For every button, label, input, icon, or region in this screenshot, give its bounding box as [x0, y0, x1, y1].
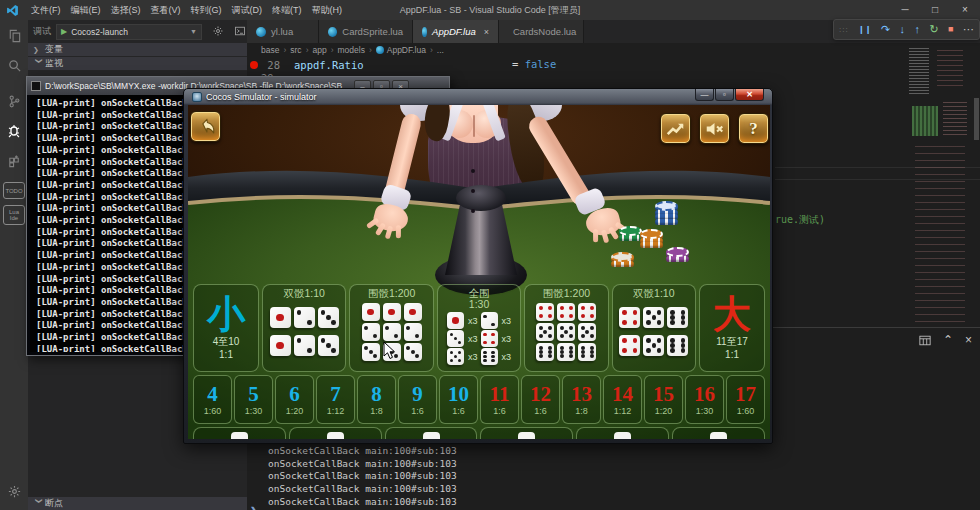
- debug-icon[interactable]: [0, 116, 28, 146]
- game-minimize-button[interactable]: —: [695, 89, 714, 101]
- bet-number-6[interactable]: 61:20: [275, 375, 314, 424]
- die-3: [447, 330, 464, 347]
- die-5: [557, 323, 575, 341]
- menu-1[interactable]: 编辑(E): [66, 5, 106, 15]
- breadcrumb-item[interactable]: ...: [437, 45, 444, 55]
- breadcrumb-item[interactable]: app: [312, 45, 326, 55]
- bet-number-13[interactable]: 131:8: [562, 375, 601, 424]
- editor-scrollbar[interactable]: [974, 98, 979, 140]
- chip-stack-4[interactable]: [666, 247, 689, 262]
- tab-AppDF.lua[interactable]: AppDF.lua×: [413, 20, 499, 43]
- bet-number-9[interactable]: 91:6: [398, 375, 437, 424]
- menu-5[interactable]: 调试(D): [227, 5, 268, 15]
- bet-number-15[interactable]: 151:20: [644, 375, 683, 424]
- trend-button[interactable]: [660, 113, 691, 144]
- game-close-button[interactable]: ✕: [735, 89, 764, 101]
- bet-combo-cell-1[interactable]: [289, 427, 382, 439]
- pause-icon[interactable]: ❙❙: [858, 20, 871, 39]
- game-titlebar[interactable]: Cocos Simulator - simulator: [184, 89, 772, 105]
- panel-close-icon[interactable]: ×: [965, 333, 972, 347]
- bet-combo-cell-0[interactable]: [193, 427, 286, 439]
- restart-icon[interactable]: ↻: [929, 20, 938, 39]
- menu-0[interactable]: 文件(F): [26, 5, 66, 15]
- bet-number-7[interactable]: 71:12: [316, 375, 355, 424]
- chip-stack-1[interactable]: [619, 226, 642, 241]
- tab-CardSprite.lua[interactable]: CardSprite.lua: [319, 20, 413, 43]
- bet-number-14[interactable]: 141:12: [603, 375, 642, 424]
- breadcrumb-item[interactable]: src: [290, 45, 301, 55]
- mute-button[interactable]: [699, 113, 730, 144]
- bet-number-12[interactable]: 121:6: [521, 375, 560, 424]
- bet-small-cell[interactable]: 小 4至10 1:1: [193, 284, 259, 372]
- bet-panel-4[interactable]: 双骰1:10: [612, 284, 696, 372]
- bet-number-10[interactable]: 101:6: [439, 375, 478, 424]
- start-debug-icon[interactable]: ▶: [61, 27, 67, 36]
- sidebar-header: 调试 ▶ Cocos2-launch ▼: [28, 20, 247, 43]
- tab-close-icon[interactable]: ×: [484, 27, 489, 37]
- chip-stack-0[interactable]: [655, 201, 678, 225]
- bet-number-5[interactable]: 51:30: [234, 375, 273, 424]
- toolbar-grip-icon[interactable]: :::: [839, 20, 849, 39]
- breadcrumb-item[interactable]: base: [261, 45, 279, 55]
- bet-number-8[interactable]: 81:8: [357, 375, 396, 424]
- help-button[interactable]: ?: [738, 113, 769, 144]
- variables-section-header[interactable]: ❯变量: [28, 43, 247, 56]
- menu-3[interactable]: 查看(V): [146, 5, 186, 15]
- tab-CardsNode.lua[interactable]: CardsNode.lua: [499, 20, 584, 43]
- screen: 文件(F)编辑(E)选择(S)查看(V)转到(G)调试(D)终端(T)帮助(H)…: [0, 0, 980, 510]
- bet-panel-2[interactable]: 全围1:30x3x3x3x3x3x3: [437, 284, 521, 372]
- die-1: [404, 303, 422, 321]
- bet-combo-cell-4[interactable]: [576, 427, 669, 439]
- panel-collapse-icon[interactable]: ⌃: [943, 333, 953, 347]
- chip-stack-2[interactable]: [640, 229, 663, 248]
- breakpoints-section-header[interactable]: ❯断点: [28, 497, 247, 510]
- launch-config-dropdown[interactable]: ▶ Cocos2-launch ▼: [56, 24, 202, 40]
- bet-big-cell[interactable]: 大 11至17 1:1: [699, 284, 765, 372]
- bet-number-17[interactable]: 171:60: [726, 375, 765, 424]
- menu-4[interactable]: 转到(G): [186, 5, 227, 15]
- extensions-icon[interactable]: [0, 146, 28, 176]
- menu-2[interactable]: 选择(S): [106, 5, 146, 15]
- watch-section-header[interactable]: ❯监视: [28, 57, 247, 70]
- bet-number-16[interactable]: 161:30: [685, 375, 724, 424]
- bet-number-11[interactable]: 111:6: [480, 375, 519, 424]
- number-label: 5: [248, 384, 259, 404]
- breakpoint-dot[interactable]: [250, 61, 258, 69]
- back-button[interactable]: [190, 111, 221, 142]
- bet-panel-0[interactable]: 双骰1:10: [262, 284, 346, 372]
- source-control-icon[interactable]: [0, 86, 28, 116]
- more-actions-icon[interactable]: ⋯: [963, 20, 974, 39]
- breadcrumb-item[interactable]: models: [338, 45, 365, 55]
- bet-combo-cell-5[interactable]: [672, 427, 765, 439]
- breadcrumb[interactable]: base›src›app›models›AppDF.lua›...: [247, 43, 980, 57]
- minimize-button[interactable]: ─: [890, 0, 920, 20]
- close-button[interactable]: ×: [950, 0, 980, 20]
- explorer-icon[interactable]: [0, 20, 28, 50]
- tab-yl.lua[interactable]: yl.lua: [247, 20, 319, 43]
- debug-console-prompt[interactable]: ❯: [250, 506, 258, 510]
- step-out-icon[interactable]: ↑: [914, 20, 920, 39]
- lua-ide-extension-icon[interactable]: Lua Ide: [3, 205, 25, 225]
- breadcrumb-item[interactable]: AppDF.lua: [387, 45, 426, 55]
- menu-6[interactable]: 终端(T): [267, 5, 307, 15]
- bet-number-4[interactable]: 41:60: [193, 375, 232, 424]
- stop-icon[interactable]: ■: [948, 20, 953, 39]
- maximize-button[interactable]: □: [920, 0, 950, 20]
- chip-stack-3[interactable]: [611, 252, 634, 267]
- step-over-icon[interactable]: ↷: [881, 20, 890, 39]
- bet-combo-cell-3[interactable]: [480, 427, 573, 439]
- todo-extension-icon[interactable]: TODO: [3, 182, 25, 199]
- debug-console-icon[interactable]: [234, 25, 246, 39]
- step-into-icon[interactable]: ↓: [900, 20, 906, 39]
- bet-panel-3[interactable]: 围骰1:200: [524, 284, 608, 372]
- menu-7[interactable]: 帮助(H): [307, 5, 348, 15]
- die-top: [423, 432, 440, 439]
- panel-grid-icon[interactable]: [919, 335, 931, 346]
- bet-combo-cell-2[interactable]: [385, 427, 478, 439]
- sidebar-gear-icon[interactable]: [212, 25, 224, 39]
- die-4: [481, 330, 498, 347]
- settings-gear-icon[interactable]: [0, 476, 28, 506]
- search-icon[interactable]: [0, 50, 28, 80]
- game-maximize-button[interactable]: ▫: [715, 89, 734, 101]
- minimap[interactable]: [907, 46, 975, 327]
